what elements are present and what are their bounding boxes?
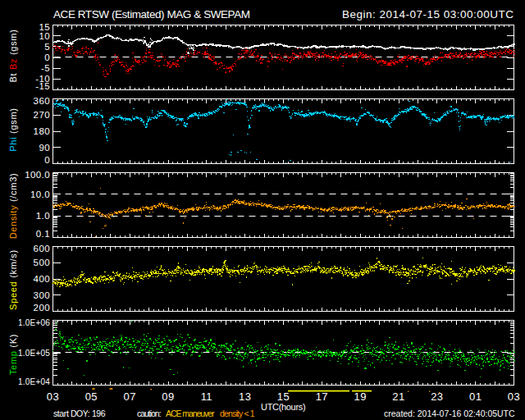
svg-text:Speed (km/s): Speed (km/s)	[8, 249, 18, 310]
svg-text:270: 270	[34, 110, 50, 120]
svg-text:03: 03	[47, 390, 59, 403]
svg-text:Begin: 2014-07-15 03:00:00UTC: Begin: 2014-07-15 03:00:00UTC	[342, 8, 514, 21]
svg-text:ACE RTSW (Estimated) MAG & SWE: ACE RTSW (Estimated) MAG & SWEPAM	[53, 8, 250, 21]
svg-text:01: 01	[469, 390, 482, 403]
svg-text:17: 17	[316, 390, 328, 403]
svg-text:19: 19	[354, 390, 367, 403]
svg-text:600: 600	[34, 244, 50, 253]
svg-text:start DOY: 196: start DOY: 196	[53, 409, 106, 418]
svg-text:10.0: 10.0	[30, 189, 50, 199]
svg-text:07: 07	[124, 390, 136, 403]
svg-text:10: 10	[39, 31, 50, 41]
svg-text:0: 0	[44, 52, 50, 62]
svg-text:500: 500	[34, 258, 50, 267]
svg-text:1.0E+04: 1.0E+04	[18, 377, 50, 386]
svg-text:1.0: 1.0	[36, 211, 50, 221]
svg-text:0.1: 0.1	[36, 229, 50, 239]
svg-text:Phi (gsm): Phi (gsm)	[8, 107, 18, 151]
svg-text:ACE maneuver: ACE maneuver	[166, 409, 215, 418]
svg-text:Temp (K): Temp (K)	[8, 334, 18, 375]
svg-text:23: 23	[431, 390, 443, 403]
svg-text:05: 05	[85, 390, 98, 403]
svg-text:created: 2014-07-16 02:40:05UT: created: 2014-07-16 02:40:05UTC	[384, 409, 515, 418]
svg-text:09: 09	[162, 390, 174, 403]
svg-text:15: 15	[277, 390, 290, 403]
svg-text:300: 300	[34, 290, 50, 300]
svg-text:-15: -15	[35, 81, 50, 91]
svg-text:21: 21	[392, 390, 404, 403]
svg-text:density < 1: density < 1	[220, 409, 255, 418]
svg-text:13: 13	[239, 390, 251, 403]
svg-text:-5: -5	[41, 63, 50, 73]
svg-text:11: 11	[201, 390, 212, 403]
svg-text:Density (/cm3): Density (/cm3)	[8, 173, 18, 240]
svg-text:0: 0	[44, 155, 50, 165]
svg-text:360: 360	[34, 96, 50, 106]
svg-text:Bt Bz (gsm): Bt Bz (gsm)	[8, 29, 18, 82]
svg-text:5: 5	[44, 42, 50, 52]
svg-text:UTC(hours): UTC(hours)	[261, 402, 306, 412]
svg-text:180: 180	[34, 126, 50, 136]
svg-text:caution:: caution:	[137, 409, 162, 418]
svg-text:400: 400	[34, 274, 50, 284]
svg-text:100.0: 100.0	[25, 170, 50, 180]
svg-text:90: 90	[39, 143, 50, 153]
svg-text:1.0E+06: 1.0E+06	[18, 318, 50, 327]
svg-text:03: 03	[508, 390, 520, 403]
svg-text:200: 200	[34, 303, 50, 313]
svg-text:1.0E+05: 1.0E+05	[18, 349, 50, 358]
